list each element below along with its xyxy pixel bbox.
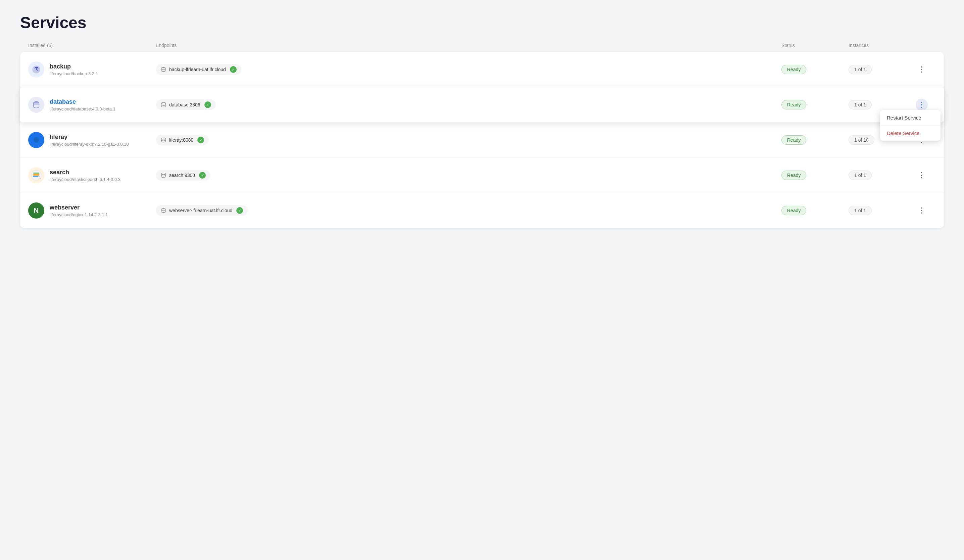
db-icon-search <box>160 172 166 178</box>
service-icon-liferay <box>28 132 44 148</box>
check-icon-backup: ✓ <box>230 66 237 73</box>
service-name-search: search <box>50 169 120 176</box>
services-card: backup liferaycloud/backup:3.2.1 backup-… <box>20 52 944 228</box>
status-webserver: Ready <box>782 206 848 215</box>
table-header: Installed (5) Endpoints Status Instances <box>20 42 944 52</box>
service-identity-database: database liferaycloud/database:4.0.0-bet… <box>28 97 156 113</box>
endpoint-webserver: webserver-lfrlearn-uat.lfr.cloud ✓ <box>156 205 782 216</box>
table-row-webserver: N webserver liferaycloud/nginx:1.14.2-3.… <box>20 193 944 228</box>
check-icon-database: ✓ <box>204 101 211 108</box>
endpoint-database: database:3306 ✓ <box>156 99 782 110</box>
instances-webserver: 1 of 1 <box>848 206 916 215</box>
service-name-liferay: liferay <box>50 133 129 141</box>
service-version-search: liferaycloud/elasticsearch:6.1.4-3.0.3 <box>50 177 120 182</box>
svg-point-6 <box>161 138 166 139</box>
service-version-database: liferaycloud/database:4.0.0-beta.1 <box>50 106 116 111</box>
more-database[interactable]: ⋮ <box>916 99 936 111</box>
table-row-liferay: liferay liferaycloud/liferay-dxp:7.2.10-… <box>20 122 944 158</box>
col-instances: Instances <box>848 42 916 48</box>
more-backup[interactable]: ⋮ <box>916 63 936 75</box>
service-identity-backup: backup liferaycloud/backup:3.2.1 <box>28 62 156 78</box>
more-button-search[interactable]: ⋮ <box>916 169 928 181</box>
service-icon-webserver: N <box>28 202 44 218</box>
service-icon-search <box>28 167 44 183</box>
svg-rect-10 <box>33 173 39 174</box>
table-row-search: search liferaycloud/elasticsearch:6.1.4-… <box>20 158 944 193</box>
status-database: Ready <box>782 100 848 109</box>
service-icon-database <box>28 97 44 113</box>
col-status: Status <box>782 42 848 48</box>
check-icon-search: ✓ <box>199 172 206 179</box>
more-button-database[interactable]: ⋮ <box>916 99 928 111</box>
more-webserver[interactable]: ⋮ <box>916 205 936 217</box>
instances-search: 1 of 1 <box>848 171 916 180</box>
col-endpoints: Endpoints <box>156 42 782 48</box>
endpoint-liferay: liferay:8080 ✓ <box>156 135 782 145</box>
service-icon-backup <box>28 62 44 78</box>
service-name-backup: backup <box>50 63 98 70</box>
page-title: Services <box>20 13 944 32</box>
endpoint-backup: backup-lfrlearn-uat.lfr.cloud ✓ <box>156 64 782 75</box>
context-menu: Restart Service Delete Service <box>880 110 941 141</box>
more-search[interactable]: ⋮ <box>916 169 936 181</box>
service-version-liferay: liferaycloud/liferay-dxp:7.2.10-ga1-3.0.… <box>50 142 129 147</box>
service-version-webserver: liferaycloud/nginx:1.14.2-3.1.1 <box>50 212 108 217</box>
instances-backup: 1 of 1 <box>848 65 916 74</box>
status-search: Ready <box>782 171 848 180</box>
restart-service-item[interactable]: Restart Service <box>880 110 941 125</box>
svg-point-13 <box>161 173 166 174</box>
check-icon-liferay: ✓ <box>197 137 204 143</box>
svg-rect-8 <box>33 174 39 176</box>
table-row: backup liferaycloud/backup:3.2.1 backup-… <box>20 52 944 87</box>
delete-service-item[interactable]: Delete Service <box>880 125 941 141</box>
endpoint-search: search:9300 ✓ <box>156 170 782 181</box>
col-installed: Installed (5) <box>28 42 156 48</box>
service-version-backup: liferaycloud/backup:3.2.1 <box>50 71 98 76</box>
db-icon-database <box>160 102 166 108</box>
service-identity-webserver: N webserver liferaycloud/nginx:1.14.2-3.… <box>28 202 156 218</box>
table-row-database: database liferaycloud/database:4.0.0-bet… <box>20 87 944 122</box>
more-button-backup[interactable]: ⋮ <box>916 63 928 75</box>
service-name-database[interactable]: database <box>50 98 116 106</box>
instances-database: 1 of 1 <box>848 100 916 109</box>
db-icon-liferay <box>160 137 166 143</box>
svg-point-5 <box>34 137 39 143</box>
globe-icon <box>160 67 166 73</box>
check-icon-webserver: ✓ <box>236 207 243 214</box>
more-button-webserver[interactable]: ⋮ <box>916 205 928 217</box>
service-identity-liferay: liferay liferaycloud/liferay-dxp:7.2.10-… <box>28 132 156 148</box>
svg-point-3 <box>161 103 166 104</box>
service-identity-search: search liferaycloud/elasticsearch:6.1.4-… <box>28 167 156 183</box>
service-name-webserver: webserver <box>50 204 108 211</box>
globe-icon-webserver <box>160 207 166 213</box>
status-liferay: Ready <box>782 135 848 145</box>
status-backup: Ready <box>782 65 848 74</box>
